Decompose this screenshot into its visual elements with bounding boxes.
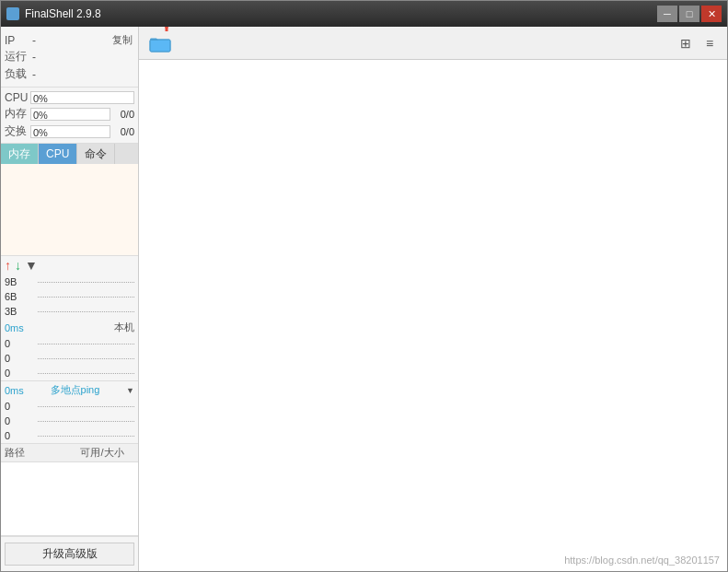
watermark-text: https://blog.csdn.net/qq_38201157 — [564, 554, 720, 566]
ip-label: IP — [5, 34, 30, 47]
local-stat-value-0: 0 — [5, 338, 34, 349]
tab-memory[interactable]: 内存 — [1, 144, 39, 164]
window-title: FinalShell 2.9.8 — [25, 7, 101, 20]
ping-stat-value-0: 0 — [5, 401, 34, 412]
swap-value: 0% — [33, 126, 48, 139]
multiping-label[interactable]: 多地点ping — [51, 383, 100, 397]
resource-tabs: 内存 CPU 命令 — [1, 144, 138, 164]
main-container: IP - 复制 运行 - 负载 - CPU — [1, 27, 727, 571]
folder-icon — [149, 34, 171, 53]
network-header: ↑ ↓ ▼ — [1, 256, 138, 274]
ping-stats: 0 0 0 — [1, 399, 138, 443]
cpu-label: CPU — [5, 91, 30, 104]
local-stat-line-1 — [38, 358, 134, 359]
app-icon — [6, 7, 19, 20]
net-stat-line-1 — [38, 297, 134, 298]
local-net-stats: 0 0 0 — [1, 336, 138, 380]
disk-header: 路径 可用/大小 — [1, 444, 138, 462]
ping-stat-row-1: 0 — [5, 414, 134, 428]
local-stat-row-2: 0 — [5, 366, 134, 380]
sidebar: IP - 复制 运行 - 负载 - CPU — [1, 27, 139, 571]
cpu-value: 0% — [33, 92, 48, 105]
ping-section: 0ms 多地点ping ▼ 0 0 0 — [1, 381, 138, 444]
load-row: 负载 - — [5, 65, 134, 83]
network-local-label: 本机 — [114, 321, 134, 334]
ip-value: - — [30, 34, 110, 47]
ping-latency-value: 0ms — [5, 385, 24, 396]
ping-stat-line-2 — [38, 436, 134, 437]
swap-bar-container: 0% — [30, 125, 110, 138]
network-latency-value: 0ms — [5, 322, 24, 333]
cpu-metric-row: CPU 0% — [5, 91, 134, 104]
maximize-button[interactable]: □ — [679, 6, 699, 22]
chart-area — [1, 164, 138, 256]
content-area: ⊞ ≡ https://blog.csdn.net/qq_38201157 — [139, 27, 727, 571]
multiping-dropdown-icon[interactable]: ▼ — [126, 386, 134, 395]
cpu-bar-container: 0% — [30, 91, 134, 104]
tab-command[interactable]: 命令 — [77, 144, 115, 164]
running-row: 运行 - — [5, 48, 134, 65]
close-button[interactable]: ✕ — [701, 6, 722, 22]
ip-row: IP - 复制 — [5, 32, 134, 48]
memory-label: 内存 — [5, 106, 30, 122]
memory-metric-row: 内存 0% 0/0 — [5, 106, 134, 122]
memory-value: 0% — [33, 109, 48, 122]
load-value: - — [30, 68, 134, 81]
ping-stat-value-1: 0 — [5, 415, 34, 426]
ping-stat-row-2: 0 — [5, 428, 134, 443]
running-value: - — [30, 51, 134, 64]
download-arrow-icon: ↓ — [15, 258, 21, 273]
network-section: ↑ ↓ ▼ 9B 6B 3B — [1, 256, 138, 381]
memory-extra: 0/0 — [110, 109, 134, 120]
ping-stat-line-0 — [38, 406, 134, 407]
svg-rect-0 — [150, 40, 170, 52]
dropdown-arrow-icon: ▼ — [25, 258, 38, 273]
upgrade-section: 升级高级版 — [1, 536, 138, 571]
ping-stat-value-2: 0 — [5, 430, 34, 441]
grid-view-button[interactable]: ⊞ — [676, 33, 696, 53]
swap-metric-row: 交换 0% 0/0 — [5, 123, 134, 139]
net-stat-row-2: 3B — [5, 304, 134, 319]
open-folder-button[interactable] — [146, 31, 174, 55]
memory-bar-container: 0% — [30, 108, 110, 121]
local-stat-value-1: 0 — [5, 353, 34, 364]
net-stat-row-0: 9B — [5, 274, 134, 289]
upload-arrow-icon: ↑ — [5, 258, 11, 273]
running-label: 运行 — [5, 49, 30, 64]
folder-btn-wrapper — [146, 31, 174, 55]
network-stats: 9B 6B 3B — [1, 274, 138, 319]
swap-label: 交换 — [5, 123, 30, 139]
disk-path-header: 路径 — [5, 446, 70, 460]
info-section: IP - 复制 运行 - 负载 - — [1, 27, 138, 88]
local-stat-line-2 — [38, 373, 134, 374]
net-stat-value-1: 6B — [5, 291, 34, 302]
local-stat-value-2: 0 — [5, 368, 34, 379]
net-stat-value-2: 3B — [5, 306, 34, 317]
local-stat-row-1: 0 — [5, 351, 134, 366]
network-latency-row: 0ms 本机 — [1, 319, 138, 336]
minimize-button[interactable]: ─ — [657, 6, 677, 22]
upgrade-button[interactable]: 升级高级版 — [5, 543, 134, 566]
local-stat-line-0 — [38, 344, 134, 344]
swap-extra: 0/0 — [110, 126, 134, 137]
local-stat-row-0: 0 — [5, 336, 134, 351]
net-stat-line-0 — [38, 282, 134, 283]
ping-stat-line-1 — [38, 421, 134, 422]
main-window: FinalShell 2.9.8 ─ □ ✕ IP - 复制 运行 - — [0, 0, 728, 572]
load-label: 负载 — [5, 66, 30, 82]
title-bar: FinalShell 2.9.8 ─ □ ✕ — [1, 1, 727, 27]
disk-avail-header: 可用/大小 — [70, 446, 134, 460]
toolbar: ⊞ ≡ — [139, 27, 727, 60]
copy-button[interactable]: 复制 — [110, 33, 134, 47]
content-body: https://blog.csdn.net/qq_38201157 — [139, 60, 727, 571]
list-view-button[interactable]: ≡ — [699, 33, 720, 53]
disk-section: 路径 可用/大小 — [1, 444, 138, 536]
ping-stat-row-0: 0 — [5, 399, 134, 414]
title-bar-left: FinalShell 2.9.8 — [6, 7, 101, 20]
ping-header-row: 0ms 多地点ping ▼ — [1, 381, 138, 399]
net-stat-line-2 — [38, 311, 134, 312]
tab-cpu[interactable]: CPU — [39, 144, 77, 164]
window-controls: ─ □ ✕ — [657, 6, 722, 22]
disk-body — [1, 462, 138, 535]
net-stat-value-0: 9B — [5, 276, 34, 287]
